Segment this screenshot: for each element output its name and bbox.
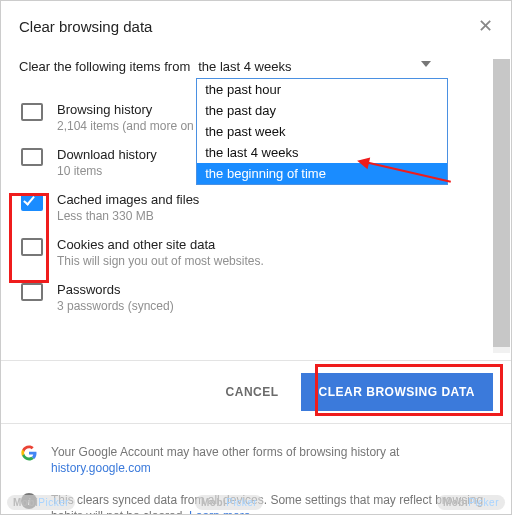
sub-cached-files: Less than 330 MB (57, 209, 199, 223)
label-download-history: Download history (57, 147, 157, 162)
chevron-down-icon (421, 61, 431, 67)
time-range-select[interactable]: the last 4 weeks the past hour the past … (196, 55, 431, 78)
sub-browsing-history: 2,104 items (and more on (57, 119, 194, 133)
label-browsing-history: Browsing history (57, 102, 194, 117)
checkbox-cached-files[interactable] (21, 193, 43, 211)
option-past-hour[interactable]: the past hour (197, 79, 447, 100)
item-cookies: Cookies and other site data This will si… (19, 231, 493, 276)
label-cookies: Cookies and other site data (57, 237, 264, 252)
watermark: MobiPicker (7, 495, 75, 510)
info-sync-note: This clears synced data from all devices… (51, 492, 491, 515)
clear-browsing-data-dialog: Clear browsing data ✕ Clear the followin… (1, 1, 511, 514)
clear-browsing-data-button[interactable]: CLEAR BROWSING DATA (301, 373, 493, 411)
option-beginning-of-time[interactable]: the beginning of time (197, 163, 447, 184)
time-range-options: the past hour the past day the past week… (196, 78, 448, 185)
info-google-account: Your Google Account may have other forms… (51, 444, 491, 476)
option-last-4-weeks[interactable]: the last 4 weeks (197, 142, 447, 163)
google-icon (21, 445, 37, 461)
time-range-label: Clear the following items from (19, 59, 190, 74)
label-cached-files: Cached images and files (57, 192, 199, 207)
sub-cookies: This will sign you out of most websites. (57, 254, 264, 268)
watermark: MobiPicker (437, 495, 505, 510)
sub-passwords: 3 passwords (synced) (57, 299, 174, 313)
time-range-value: the last 4 weeks (196, 55, 431, 78)
label-passwords: Passwords (57, 282, 174, 297)
close-icon[interactable]: ✕ (478, 15, 493, 37)
checkbox-cookies[interactable] (21, 238, 43, 256)
scrollbar-track[interactable] (493, 59, 510, 353)
option-past-day[interactable]: the past day (197, 100, 447, 121)
checkbox-download-history[interactable] (21, 148, 43, 166)
dialog-title: Clear browsing data (19, 18, 152, 35)
watermark: MobiPicker (195, 495, 263, 510)
item-cached-files: Cached images and files Less than 330 MB (19, 186, 493, 231)
option-past-week[interactable]: the past week (197, 121, 447, 142)
checkbox-passwords[interactable] (21, 283, 43, 301)
sub-download-history: 10 items (57, 164, 157, 178)
history-link[interactable]: history.google.com (51, 461, 151, 475)
scrollbar-thumb[interactable] (493, 59, 510, 347)
checkbox-browsing-history[interactable] (21, 103, 43, 121)
item-passwords: Passwords 3 passwords (synced) (19, 276, 493, 313)
cancel-button[interactable]: CANCEL (226, 385, 279, 399)
